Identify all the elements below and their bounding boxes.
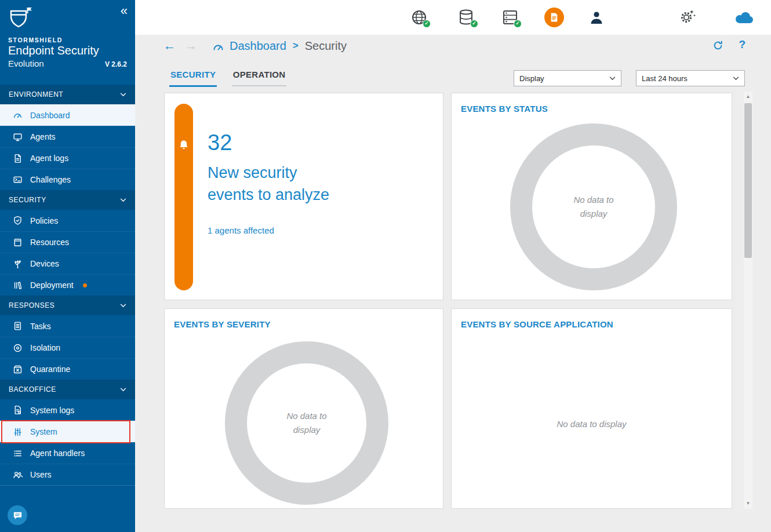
chevron-down-icon [120,385,126,393]
section-label: ENVIRONMENT [9,90,63,99]
chat-bubble-icon [13,511,23,520]
internet-status-button[interactable]: ✓ [410,9,428,26]
status-ok-badge: ✓ [470,20,478,28]
display-select[interactable]: Display [514,70,621,86]
agents-affected-link[interactable]: 1 agents affected [208,225,274,235]
sidebar-item-label: Deployment [30,280,74,290]
users-icon [13,470,23,480]
forward-button[interactable]: → [185,39,197,53]
alert-title: New security events to analyze [208,162,344,206]
tab-bar: SECURITY OPERATION [169,70,286,87]
sidebar-item-label: Agents [30,132,56,141]
sidebar-item-system[interactable]: System [0,421,135,442]
box-icon [13,238,23,247]
breadcrumb: ← → Dashboard > Security [163,37,347,55]
tab-security[interactable]: SECURITY [169,70,217,87]
sidebar-item-tasks[interactable]: Tasks [0,315,135,337]
events-by-severity-card: EVENTS BY SEVERITY No data to display [164,308,443,509]
breadcrumb-section[interactable]: Dashboard [230,39,286,53]
sidebar-section-backoffice[interactable]: BACKOFFICE [0,380,135,399]
automation-settings-button[interactable] [679,8,696,25]
no-data-label: No data to display [225,341,388,505]
sidebar-item-resources[interactable]: Resources [0,231,135,253]
gear-sparkle-icon [679,17,696,27]
alert-bar [174,104,193,290]
events-by-source-application-card: EVENTS BY SOURCE APPLICATION No data to … [451,308,732,509]
time-range-select[interactable]: Last 24 hours [636,70,745,86]
sidebar-section-security[interactable]: SECURITY [0,190,135,210]
sidebar-item-challenges[interactable]: Challenges [0,169,135,190]
sidebar-item-agent-handlers[interactable]: Agent handlers [0,442,135,464]
audit-logs-button[interactable] [544,8,564,27]
shield-check-icon [13,216,23,225]
sidebar-section-environment[interactable]: ENVIRONMENT [0,85,135,104]
help-button[interactable]: ? [739,38,745,51]
product-name: Endpoint Security [8,44,127,57]
sidebar-collapse-button[interactable]: « [121,5,128,17]
select-value: Display [519,74,544,83]
scroll-up-arrow[interactable]: ▲ [744,92,752,101]
card-title: EVENTS BY SEVERITY [174,319,271,329]
section-label: SECURITY [9,196,46,204]
sidebar-item-devices[interactable]: Devices [0,253,135,274]
sidebar-item-label: Dashboard [30,111,70,120]
sidebar-item-quarantine[interactable]: Quarantine [0,358,135,380]
quarantine-box-icon [13,365,23,374]
status-ok-badge: ✓ [423,20,431,28]
chevron-down-icon [120,196,126,204]
sidebar-item-policies[interactable]: Policies [0,210,135,231]
terminal-icon [13,175,23,185]
server-status-button[interactable]: ✓ [501,9,519,26]
person-icon [590,17,603,27]
vertical-scrollbar[interactable]: ▲ ▼ [744,92,752,509]
cloud-icon [734,17,754,27]
sidebar-section-responses[interactable]: RESPONSES [0,296,135,315]
scroll-thumb[interactable] [744,103,752,258]
sidebar-item-system-logs[interactable]: System logs [0,399,135,421]
sidebar-item-label: Agent logs [30,154,68,163]
sidebar-item-label: Tasks [30,322,51,331]
no-data-label: No data to display [452,419,732,429]
usb-icon [13,259,23,269]
stormshield-shield-logo-icon [8,23,32,33]
sidebar-item-users[interactable]: Users [0,464,135,485]
sliders-icon [13,427,23,437]
brand-name: STORMSHIELD [8,37,127,43]
topbar: ✓ ✓ ✓ [135,0,771,35]
section-label: RESPONSES [9,301,54,309]
card-title: EVENTS BY STATUS [461,104,548,114]
sidebar-header: « STORMSHIELD Endpoint Security Evolutio… [0,0,135,85]
tab-operation[interactable]: OPERATION [232,70,287,86]
chevron-down-icon [120,90,126,99]
sidebar: « STORMSHIELD Endpoint Security Evolutio… [0,0,135,532]
events-by-status-card: EVENTS BY STATUS No data to display [451,93,732,300]
version-label: V 2.6.2 [105,60,127,68]
sidebar-item-agents[interactable]: Agents [0,126,135,147]
sidebar-item-agent-logs[interactable]: Agent logs [0,147,135,169]
refresh-button[interactable] [712,40,723,51]
sidebar-item-label: Devices [30,259,59,268]
sidebar-item-label: Users [30,470,52,479]
card-title: EVENTS BY SOURCE APPLICATION [461,319,613,329]
bell-icon [179,140,189,151]
scroll-down-arrow[interactable]: ▼ [744,499,752,508]
sidebar-divider [0,485,135,486]
sidebar-item-isolation[interactable]: Isolation [0,337,135,358]
sidebar-item-dashboard[interactable]: Dashboard [0,104,135,126]
cloud-button[interactable] [734,11,754,28]
chat-button[interactable] [8,505,27,525]
back-button[interactable]: ← [163,39,176,53]
clipboard-icon [13,321,23,331]
user-account-button[interactable] [590,10,605,27]
notification-dot [83,283,87,287]
sidebar-item-deployment[interactable]: Deployment [0,274,135,296]
sidebar-item-label: System [30,427,57,436]
dashboard-gauge-icon [212,41,224,53]
sidebar-item-label: Challenges [30,175,71,184]
sidebar-item-label: Quarantine [30,365,70,374]
sidebar-item-label: Isolation [30,343,60,352]
status-ok-badge: ✓ [514,20,522,28]
database-status-button[interactable]: ✓ [458,9,475,26]
no-data-label: No data to display [510,123,677,290]
chevron-down-icon [733,76,739,81]
